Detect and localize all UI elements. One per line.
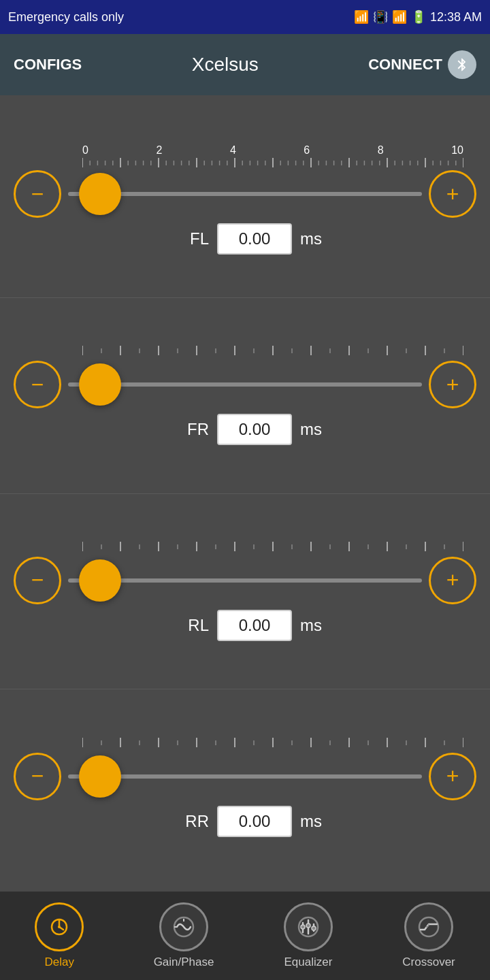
fr-slider[interactable] xyxy=(68,361,422,408)
rl-unit: ms xyxy=(300,616,322,635)
fl-slider-thumb[interactable] xyxy=(79,173,121,215)
status-emergency: Emergency calls only xyxy=(8,10,124,24)
fr-section: − + FR ms xyxy=(0,301,490,490)
scale-label-0: 0 xyxy=(82,144,88,157)
svg-point-125 xyxy=(301,925,305,929)
crossover-icon-circle xyxy=(404,902,453,951)
divider-1 xyxy=(0,297,490,298)
status-right: 📶 📳 📶 🔋 12:38 AM xyxy=(354,10,482,24)
divider-2 xyxy=(0,493,490,494)
scale-label-8: 8 xyxy=(378,144,384,157)
rl-section: − + RL ms xyxy=(0,497,490,686)
rr-label: RR xyxy=(168,812,209,831)
fl-increase-button[interactable]: + xyxy=(429,170,476,218)
fl-label: FL xyxy=(168,229,209,248)
fl-slider[interactable] xyxy=(68,170,422,218)
rr-slider[interactable] xyxy=(68,753,422,800)
status-bar: Emergency calls only 📶 📳 📶 🔋 12:38 AM xyxy=(0,0,490,34)
scale-label-2: 2 xyxy=(156,144,162,157)
top-bar: CONFIGS Xcelsus CONNECT xyxy=(0,34,490,95)
fr-value-input[interactable] xyxy=(217,414,292,445)
delay-icon-circle xyxy=(35,902,84,951)
rr-slider-row: − + xyxy=(14,753,476,800)
rr-value-row: RR ms xyxy=(168,806,322,837)
rl-slider-thumb[interactable] xyxy=(79,559,121,602)
nav-crossover-label: Crossover xyxy=(402,956,455,969)
svg-point-126 xyxy=(306,924,310,928)
fr-slider-row: − + xyxy=(14,361,476,408)
svg-point-127 xyxy=(312,926,316,930)
scale-label-10: 10 xyxy=(451,144,463,157)
rl-slider[interactable] xyxy=(68,557,422,604)
main-content: 0 2 4 6 8 10 xyxy=(0,95,490,892)
rl-decrease-button[interactable]: − xyxy=(14,557,61,604)
battery-icon: 🔋 xyxy=(411,10,426,24)
rl-slider-row: − + xyxy=(14,557,476,604)
fl-slider-row: − + xyxy=(14,170,476,218)
fr-slider-thumb[interactable] xyxy=(79,363,121,406)
nav-gain-phase-label: Gain/Phase xyxy=(154,956,214,969)
svg-point-128 xyxy=(419,917,438,936)
wifi-icon: 📶 xyxy=(392,10,407,24)
fr-label: FR xyxy=(168,420,209,439)
rl-value-row: RL ms xyxy=(168,610,322,641)
divider-3 xyxy=(0,689,490,689)
fr-decrease-button[interactable]: − xyxy=(14,361,61,408)
rr-section: − + RR ms xyxy=(0,693,490,881)
svg-point-117 xyxy=(58,926,61,928)
fl-value-input[interactable]: 0.00 xyxy=(217,223,292,255)
connect-button[interactable]: CONNECT xyxy=(368,50,476,79)
connect-label: CONNECT xyxy=(368,56,442,74)
rl-label: RL xyxy=(168,616,209,635)
nav-gain-phase[interactable]: Gain/Phase xyxy=(154,902,214,969)
configs-button[interactable]: CONFIGS xyxy=(14,56,82,74)
rr-increase-button[interactable]: + xyxy=(429,753,476,800)
fr-value-row: FR ms xyxy=(168,414,322,445)
bottom-nav: Delay Gain/Phase Equalize xyxy=(0,892,490,980)
rr-decrease-button[interactable]: − xyxy=(14,753,61,800)
status-time: 12:38 AM xyxy=(430,10,482,24)
rr-unit: ms xyxy=(300,812,322,831)
vibrate-icon: 📳 xyxy=(373,10,388,24)
nav-delay-label: Delay xyxy=(44,956,74,969)
bluetooth-icon xyxy=(448,50,476,79)
fr-unit: ms xyxy=(300,420,322,439)
equalizer-icon-circle xyxy=(284,902,333,951)
rl-value-input[interactable] xyxy=(217,610,292,641)
scale-label-6: 6 xyxy=(304,144,310,157)
fl-decrease-button[interactable]: − xyxy=(14,170,61,218)
fr-increase-button[interactable]: + xyxy=(429,361,476,408)
fl-section: 0 2 4 6 8 10 xyxy=(0,105,490,294)
rr-value-input[interactable] xyxy=(217,806,292,837)
gain-phase-icon-circle xyxy=(159,902,208,951)
nav-delay[interactable]: Delay xyxy=(35,902,84,969)
fl-unit: ms xyxy=(300,229,322,248)
app-title: Xcelsus xyxy=(192,54,259,76)
rr-slider-thumb[interactable] xyxy=(79,755,121,798)
nav-equalizer-label: Equalizer xyxy=(284,956,332,969)
scale-label-4: 4 xyxy=(230,144,236,157)
fl-value-row: FL 0.00 ms xyxy=(168,223,322,255)
nav-crossover[interactable]: Crossover xyxy=(402,902,455,969)
bluetooth-status-icon: 📶 xyxy=(354,10,369,24)
rl-increase-button[interactable]: + xyxy=(429,557,476,604)
nav-equalizer[interactable]: Equalizer xyxy=(284,902,333,969)
